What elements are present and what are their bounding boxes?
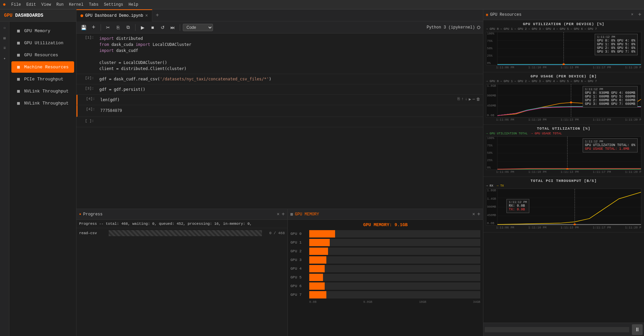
cell-3: [3]: gdf = gdf.persist() — [76, 84, 483, 95]
x-label-3: 34GB — [473, 300, 480, 304]
sidebar-icon-lines[interactable]: ≡ — [1, 45, 8, 52]
menu-kernel[interactable]: Kernel — [66, 2, 86, 8]
progress-bar — [109, 230, 262, 236]
cell-action-run[interactable]: ▶ — [469, 97, 471, 102]
gpu-memory-close-button[interactable]: × — [472, 212, 475, 217]
tooltip-time-usage: 1:11:12 PM — [585, 88, 635, 91]
cell-5-code — [99, 119, 480, 125]
sidebar-item-pcie-throughput-label: PCIe Throughput — [24, 77, 63, 82]
cell-4-output: 777584079 — [100, 107, 480, 115]
tooltip-val-usage-3: GPU 2: 600MB GPU 6: 600MB — [585, 98, 635, 102]
sidebar-item-gpu-resources[interactable]: ▦ GPU Resources — [11, 49, 74, 61]
charts-scroll-bar[interactable] — [485, 327, 629, 332]
cell-1-code: import distributed from dask_cuda import… — [99, 36, 480, 72]
cell-action-copy[interactable]: ⎘ — [458, 97, 460, 102]
menu-help[interactable]: Help — [126, 2, 141, 8]
menu-file[interactable]: File — [9, 2, 24, 8]
menu-run[interactable]: Run — [54, 2, 66, 8]
chart-tooltip-usage: 1:11:12 PM GPU 0: 930MB GPU 4: 600MB GPU… — [583, 86, 638, 108]
x-label-0: 0.0B — [309, 300, 317, 304]
chart-x-labels-pci: 1:11:06 PM1:11:10 PM1:11:13 PM1:11:17 PM… — [486, 225, 641, 230]
chart-x-labels-total-util: 1:11:06 PM1:11:10 PM1:11:13 PM1:11:17 PM… — [486, 170, 641, 175]
cell-1-content[interactable]: import distributed from dask_cuda import… — [97, 33, 483, 74]
progress-title: Progress — [83, 212, 103, 217]
restart-run-button[interactable]: ⏭ — [168, 23, 177, 32]
tooltip-val-total-util-1: GPU UTILIZATION TOTAL: 0% — [585, 143, 635, 147]
tooltip-val-usage-1: GPU 0: 930MB GPU 4: 600MB — [585, 91, 635, 95]
menu-view[interactable]: View — [39, 2, 54, 8]
toolbar-separator-2 — [135, 24, 136, 31]
gpu-util-legend: → GPU 0→ GPU 1→ GPU 2→ GPU 3 → GPU 4→ GP… — [486, 27, 641, 31]
chart-tooltip-total-util: 1:11:12 PM GPU UTILIZATION TOTAL: 0% GPU… — [583, 138, 638, 152]
menu-edit[interactable]: Edit — [23, 2, 39, 8]
sidebar-icon-grid[interactable]: ⊞ — [1, 35, 8, 42]
cut-button[interactable]: ✂ — [104, 23, 112, 32]
cell-action-more[interactable]: ⋯ — [473, 97, 475, 102]
chart-gpu-utilization: 100%75%50%25%0% — [486, 32, 641, 65]
gpu-2-bar — [309, 248, 480, 255]
copy-button[interactable]: ⎘ — [114, 23, 122, 32]
chart-title-gpu-utilization: GPU UTILIZATION (PER DEVICE) [%] — [486, 22, 641, 26]
restart-button[interactable]: ↺ — [158, 23, 167, 32]
cell-type-select[interactable]: Code Markdown Raw — [183, 24, 213, 31]
progress-header: ● Progress × + — [76, 209, 287, 220]
cell-2-content[interactable]: gdf = dask_cudf.read_csv('/datasets/nyc_… — [97, 74, 483, 84]
cell-3-content[interactable]: gdf = gdf.persist() — [97, 84, 483, 94]
menu-bar: ● File Edit View Run Kernel Tabs Setting… — [0, 0, 644, 9]
sidebar-item-nvlink-2[interactable]: ▦ NVLink Throughput — [11, 97, 74, 109]
gpu-2-label: GPU 2 — [290, 249, 307, 253]
tooltip-val-pci-rx: RX: 0.0B — [509, 204, 527, 208]
chart-y-labels-util: 100%75%50%25%0% — [487, 32, 494, 65]
chart-title-total-util: TOTAL UTILIZATION [%] — [486, 127, 641, 131]
sidebar-item-pcie-throughput[interactable]: ▦ PCIe Throughput — [11, 73, 74, 85]
cell-4-content[interactable]: len(gdf) ⎘ ↑ ↓ ▶ ⋯ 🗑 — [98, 95, 483, 105]
gpu-memory-content: GPU MEMORY: 9.1GB GPU 0 GPU 1 GPU 2 — [288, 220, 483, 336]
cell-action-down[interactable]: ↓ — [465, 97, 467, 102]
tab-add-button[interactable]: + — [152, 11, 162, 20]
notebook-tab-main[interactable]: GPU Dashboard Demo.ipynb × — [76, 9, 152, 21]
chart-section-gpu-usage: GPU USAGE (PER DEVICE) [B] → GPU 0→ GPU … — [483, 72, 644, 125]
sidebar-item-gpu-memory[interactable]: ▦ GPU Memory — [11, 25, 74, 37]
tooltip-val-util-1: GPU 0: 0% GPU 4: 0% — [597, 39, 635, 43]
gpu-bar-4: GPU 4 — [290, 265, 480, 272]
gpu-memory-panel-icon: ▦ — [290, 212, 293, 217]
chart-y-labels-total-util: 100%75%50%25%0% — [487, 137, 494, 170]
chart-gpu-usage: 1.8GB900MB450MB0.0B — [486, 84, 641, 118]
cell-action-delete[interactable]: 🗑 — [476, 97, 480, 102]
sidebar-item-gpu-utilization[interactable]: ▦ GPU Utilization — [11, 37, 74, 49]
progress-add-button[interactable]: + — [281, 211, 285, 217]
sidebar-icon-circle[interactable]: ○ — [1, 24, 8, 32]
cell-4-output-label: [4]: — [77, 105, 98, 117]
pause-button[interactable]: ⏸ — [632, 324, 643, 335]
gpu-1-label: GPU 1 — [290, 241, 307, 245]
add-cell-button[interactable]: + — [89, 23, 98, 32]
cell-action-up[interactable]: ↑ — [461, 97, 464, 102]
chart-y-labels-pci: 1.8GB1.4GB900MB450MB0.0B — [487, 189, 496, 225]
x-label-2: 18GB — [419, 300, 426, 304]
sidebar-item-machine-resources[interactable]: ▦ Machine Resources — [11, 61, 74, 73]
cell-4-code: len(gdf) — [100, 97, 480, 103]
notebook-toolbar: 💾 + ✂ ⎘ ⧉ ▶ ■ ↺ ⏭ Code Markdown Raw Pyth… — [76, 21, 483, 33]
menu-settings[interactable]: Settings — [101, 2, 126, 8]
total-util-legend: → GPU UTILIZATION TOTAL → GPU USAGE TOTA… — [486, 132, 641, 135]
save-button[interactable]: 💾 — [79, 23, 88, 32]
stop-button[interactable]: ■ — [148, 23, 157, 32]
gpu-bar-7: GPU 7 — [290, 291, 480, 298]
gpu-6-bar — [309, 282, 480, 290]
progress-close-button[interactable]: × — [277, 212, 279, 217]
right-panel-add-button[interactable]: + — [638, 12, 641, 18]
sidebar-dashboards-label: DASHBOARDS — [15, 13, 43, 18]
tab-close-button[interactable]: × — [145, 13, 148, 18]
cell-1: [1]: import distributed from dask_cuda i… — [76, 33, 483, 74]
right-panel-header: ▦ GPU Resources × + — [483, 9, 644, 20]
right-panel-close-button[interactable]: × — [631, 12, 633, 17]
gpu-memory-add-button[interactable]: + — [477, 211, 480, 217]
center-content: GPU Dashboard Demo.ipynb × + 💾 + ✂ ⎘ ⧉ ▶… — [76, 9, 483, 336]
cell-5-content[interactable] — [97, 117, 483, 127]
sidebar-icon-star[interactable]: ✦ — [1, 55, 8, 62]
menu-tabs[interactable]: Tabs — [86, 2, 101, 8]
run-button[interactable]: ▶ — [138, 23, 147, 32]
gpu-4-label: GPU 4 — [290, 267, 307, 271]
paste-button[interactable]: ⧉ — [124, 23, 132, 32]
sidebar-item-nvlink-1[interactable]: ▦ NVLink Throughput — [11, 85, 74, 97]
